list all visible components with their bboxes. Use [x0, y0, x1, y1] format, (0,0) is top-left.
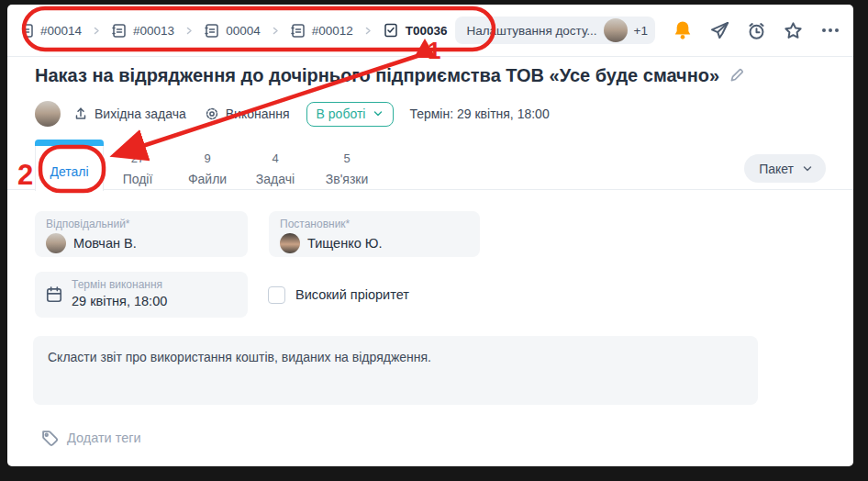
header-bar: #00014 #00013 00004 #00012 T00036: [7, 5, 853, 57]
author-field[interactable]: Постановник* Тищенко Ю.: [269, 211, 480, 257]
author-value: Тищенко Ю.: [307, 236, 382, 251]
package-label: Пакет: [759, 162, 794, 176]
due-date-label: Термін виконання: [72, 278, 237, 291]
high-priority-label: Високий пріоритет: [295, 287, 409, 302]
chevron-right-icon: [184, 26, 194, 36]
breadcrumb-id: #00012: [312, 24, 353, 38]
due-date-value: 29 квітня, 18:00: [72, 294, 167, 308]
responsible-value: Мовчан В.: [73, 236, 137, 251]
responsible-field[interactable]: Відповідальний* Мовчан В.: [35, 211, 248, 257]
document-icon: [26, 23, 34, 39]
deadline-text: Термін: 29 квітня, 18:00: [409, 106, 549, 121]
breadcrumb-item[interactable]: #00013: [111, 23, 174, 39]
outgoing-task-icon: [73, 106, 88, 121]
breadcrumb: #00014 #00013 00004 #00012 T00036: [26, 5, 448, 56]
document-icon: [290, 23, 306, 39]
chevron-right-icon: [92, 26, 101, 36]
member-avatar: [604, 18, 628, 42]
task-check-icon: [383, 22, 399, 39]
tab-bar: Деталі 27 Події 9 Файли 4 Задачі 5 Зв'яз…: [7, 140, 853, 190]
add-tags-button[interactable]: Додати теги: [40, 429, 141, 447]
member-extra-count: +1: [634, 24, 648, 38]
chevron-down-icon: [802, 163, 813, 174]
task-title-row: Наказ на відрядження до дочірнього підпр…: [35, 62, 824, 88]
tab-subtasks[interactable]: 4 Задачі: [242, 140, 308, 186]
task-window: #00014 #00013 00004 #00012 T00036: [7, 5, 853, 466]
tab-subtasks-count: 4: [272, 151, 278, 165]
breadcrumb-id: T00036: [406, 24, 448, 38]
breadcrumb-id: #00013: [133, 24, 174, 38]
breadcrumb-id: 00004: [226, 24, 261, 38]
process-label: Виконання: [226, 106, 290, 121]
priority-row: Високий пріоритет: [268, 272, 409, 318]
author-avatar: [280, 233, 300, 253]
tab-details-label: Деталі: [50, 164, 88, 179]
tag-icon: [40, 429, 59, 447]
origin-task-label: Вихідна задача: [95, 106, 186, 121]
tab-events-count: 27: [131, 151, 144, 165]
header-actions: Налаштування досту... +1: [455, 5, 839, 56]
description-field[interactable]: Скласти звіт про використання коштів, ви…: [33, 336, 758, 405]
breadcrumb-id: #00014: [40, 24, 82, 38]
status-dropdown[interactable]: В роботі: [306, 102, 395, 127]
high-priority-checkbox[interactable]: [268, 286, 285, 304]
author-label: Постановник*: [280, 218, 469, 230]
tab-files-label: Файли: [188, 172, 227, 186]
send-icon[interactable]: [710, 21, 729, 40]
process-gear-icon: [205, 106, 219, 121]
responsible-avatar: [46, 233, 66, 253]
tab-links-count: 5: [343, 151, 350, 165]
tab-links[interactable]: 5 Зв'язки: [312, 140, 382, 186]
edit-title-pencil-icon[interactable]: [729, 67, 745, 84]
favorite-star-icon[interactable]: [784, 21, 803, 40]
chevron-down-icon: [373, 108, 384, 119]
notifications-bell-icon[interactable]: [673, 19, 693, 41]
tab-events[interactable]: 27 Події: [106, 140, 170, 186]
chevron-right-icon: [363, 26, 373, 36]
breadcrumb-item[interactable]: #00014: [26, 23, 82, 39]
access-settings-label: Налаштування досту...: [466, 24, 596, 38]
tab-files[interactable]: 9 Файли: [177, 140, 238, 186]
document-icon: [204, 23, 219, 39]
tab-details[interactable]: Деталі: [35, 146, 104, 191]
calendar-icon: [45, 285, 63, 304]
tab-subtasks-label: Задачі: [256, 172, 295, 186]
task-meta-row: Вихідна задача Виконання В роботі Термін…: [35, 99, 550, 129]
origin-task-link[interactable]: Вихідна задача: [73, 106, 186, 121]
document-icon: [111, 23, 127, 39]
add-tags-label: Додати теги: [67, 431, 141, 445]
breadcrumb-item[interactable]: 00004: [204, 23, 261, 39]
reminder-clock-icon[interactable]: [747, 21, 766, 40]
tab-links-label: Зв'язки: [326, 172, 369, 186]
status-value: В роботі: [317, 106, 366, 121]
package-dropdown-button[interactable]: Пакет: [744, 154, 826, 183]
due-date-field[interactable]: Термін виконання 29 квітня, 18:00: [35, 272, 248, 318]
access-settings-button[interactable]: Налаштування досту... +1: [455, 17, 655, 44]
chevron-right-icon: [271, 26, 280, 36]
tab-files-count: 9: [204, 151, 210, 165]
description-text: Скласти звіт про використання коштів, ви…: [48, 350, 431, 364]
page-title: Наказ на відрядження до дочірнього підпр…: [35, 62, 719, 88]
owner-avatar[interactable]: [35, 101, 61, 127]
breadcrumb-item-current[interactable]: T00036: [383, 22, 448, 39]
more-options-icon[interactable]: [822, 25, 839, 36]
responsible-label: Відповідальний*: [46, 218, 237, 230]
process-link[interactable]: Виконання: [205, 106, 290, 121]
breadcrumb-item[interactable]: #00012: [290, 23, 353, 39]
tab-events-label: Події: [123, 172, 153, 186]
